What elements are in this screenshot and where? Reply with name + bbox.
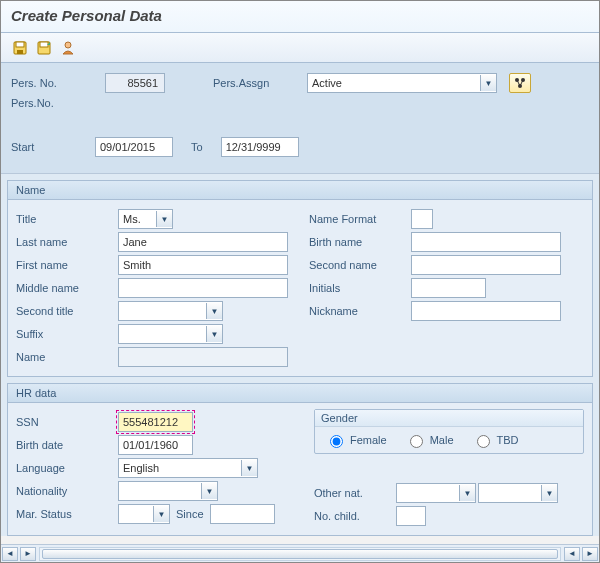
marstatus-label: Mar. Status — [16, 508, 116, 520]
birthdate-input[interactable] — [118, 435, 193, 455]
chevron-down-icon: ▼ — [201, 483, 217, 499]
hr-group-legend: HR data — [8, 384, 592, 403]
persno-label: Pers. No. — [11, 77, 101, 89]
nochild-input[interactable] — [396, 506, 426, 526]
initials-input[interactable] — [411, 278, 486, 298]
since-input[interactable] — [210, 504, 275, 524]
horizontal-scrollbar: ◄ ► ◄ ► — [1, 544, 599, 562]
language-select[interactable]: English▼ — [118, 458, 258, 478]
persassgn-select[interactable]: Active ▼ — [307, 73, 497, 93]
name-group: Name Title Ms.▼ Last name First name — [7, 180, 593, 377]
gender-legend: Gender — [315, 410, 583, 427]
birthdate-label: Birth date — [16, 439, 116, 451]
name-label: Name — [16, 351, 116, 363]
person-icon[interactable] — [59, 39, 77, 57]
save-new-icon[interactable] — [35, 39, 53, 57]
suffix-label: Suffix — [16, 328, 116, 340]
nationality-label: Nationality — [16, 485, 116, 497]
name-group-legend: Name — [8, 181, 592, 200]
toolbar — [1, 33, 599, 63]
secondtitle-select[interactable]: ▼ — [118, 301, 223, 321]
initials-label: Initials — [309, 282, 409, 294]
nochild-label: No. child. — [314, 510, 394, 522]
scroll-right-button[interactable]: ► — [20, 547, 36, 561]
suffix-select[interactable]: ▼ — [118, 324, 223, 344]
save-icon[interactable] — [11, 39, 29, 57]
chevron-down-icon: ▼ — [156, 211, 172, 227]
middlename-label: Middle name — [16, 282, 116, 294]
firstname-label: First name — [16, 259, 116, 271]
marstatus-select[interactable]: ▼ — [118, 504, 170, 524]
language-label: Language — [16, 462, 116, 474]
chevron-down-icon: ▼ — [480, 75, 496, 91]
name-input — [118, 347, 288, 367]
nickname-input[interactable] — [411, 301, 561, 321]
scroll-right-button-2[interactable]: ► — [582, 547, 598, 561]
scroll-left-button-2[interactable]: ◄ — [564, 547, 580, 561]
title-label: Title — [16, 213, 116, 225]
chevron-down-icon: ▼ — [541, 485, 557, 501]
svg-rect-2 — [17, 50, 23, 54]
persassgn-label: Pers.Assgn — [213, 77, 303, 89]
title-bar: Create Personal Data — [1, 1, 599, 33]
secondtitle-label: Second title — [16, 305, 116, 317]
gender-group: Gender Female Male TBD — [314, 409, 584, 454]
svg-rect-1 — [16, 42, 24, 47]
chevron-down-icon: ▼ — [459, 485, 475, 501]
gender-male-radio[interactable]: Male — [405, 432, 454, 448]
svg-rect-4 — [40, 42, 48, 47]
since-label: Since — [176, 508, 204, 520]
chevron-down-icon: ▼ — [206, 326, 222, 342]
lastname-input[interactable] — [118, 232, 288, 252]
start-label: Start — [11, 141, 91, 153]
org-icon-button[interactable] — [509, 73, 531, 93]
nameformat-input[interactable] — [411, 209, 433, 229]
scroll-thumb[interactable] — [42, 549, 558, 559]
secondname-input[interactable] — [411, 255, 561, 275]
start-date-input[interactable] — [95, 137, 173, 157]
end-date-input[interactable] — [221, 137, 299, 157]
lastname-label: Last name — [16, 236, 116, 248]
ssn-label: SSN — [16, 416, 116, 428]
othernat-label: Other nat. — [314, 487, 394, 499]
secondname-label: Second name — [309, 259, 409, 271]
nickname-label: Nickname — [309, 305, 409, 317]
persassgn-value: Active — [312, 77, 342, 89]
firstname-input[interactable] — [118, 255, 288, 275]
middlename-input[interactable] — [118, 278, 288, 298]
birthname-input[interactable] — [411, 232, 561, 252]
chevron-down-icon: ▼ — [241, 460, 257, 476]
scroll-left-button[interactable]: ◄ — [2, 547, 18, 561]
hr-group: HR data SSN Birth date Language — [7, 383, 593, 536]
title-select[interactable]: Ms.▼ — [118, 209, 173, 229]
nationality-select[interactable]: ▼ — [118, 481, 218, 501]
chevron-down-icon: ▼ — [206, 303, 222, 319]
persno-value: 85561 — [105, 73, 165, 93]
ssn-input[interactable] — [118, 412, 193, 432]
othernat-select-2[interactable]: ▼ — [478, 483, 558, 503]
gender-female-radio[interactable]: Female — [325, 432, 387, 448]
othernat-select-1[interactable]: ▼ — [396, 483, 476, 503]
to-label: To — [191, 141, 203, 153]
gender-tbd-radio[interactable]: TBD — [472, 432, 519, 448]
scroll-track[interactable] — [39, 547, 561, 561]
nameformat-label: Name Format — [309, 213, 409, 225]
svg-point-5 — [65, 42, 71, 48]
page-title: Create Personal Data — [11, 7, 162, 24]
header-section: Pers. No. 85561 Pers.Assgn Active ▼ Pers… — [1, 63, 599, 174]
chevron-down-icon: ▼ — [153, 506, 169, 522]
birthname-label: Birth name — [309, 236, 409, 248]
persno2-label: Pers.No. — [11, 97, 101, 109]
